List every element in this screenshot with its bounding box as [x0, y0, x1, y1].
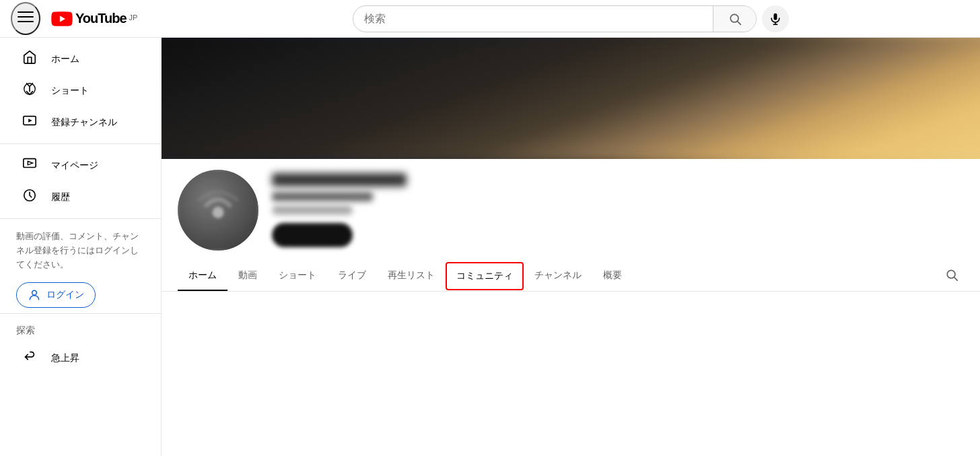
tab-live[interactable]: ライブ	[327, 261, 377, 291]
sidebar-divider-2	[0, 218, 161, 219]
channel-avatar	[178, 170, 258, 251]
svg-marker-13	[28, 161, 32, 165]
svg-rect-1	[18, 16, 34, 18]
tab-search-button[interactable]	[940, 263, 964, 290]
youtube-logo[interactable]: YouTube JP	[51, 11, 137, 26]
avatar-image	[178, 170, 258, 251]
svg-rect-0	[18, 11, 34, 13]
channel-tabs: ホーム 動画 ショート ライブ 再生リスト コミュニティ チャンネル 概要	[162, 261, 980, 292]
subscribe-button[interactable]	[272, 223, 353, 247]
svg-point-15	[32, 291, 37, 296]
channel-info	[162, 159, 980, 261]
channel-stats	[272, 205, 353, 215]
logo-jp: JP	[129, 13, 138, 22]
header-left: YouTube JP	[11, 2, 172, 35]
logo-text: YouTube	[75, 11, 127, 26]
sidebar-item-label: ショート	[51, 85, 89, 97]
tab-about[interactable]: 概要	[592, 261, 633, 291]
search-bar	[353, 5, 757, 32]
channel-banner	[162, 38, 980, 159]
shorts-icon	[22, 82, 38, 100]
tab-shorts[interactable]: ショート	[268, 261, 327, 291]
voice-button[interactable]	[762, 5, 789, 32]
search-button[interactable]	[713, 5, 756, 32]
header-center	[172, 5, 969, 32]
svg-line-18	[954, 277, 958, 280]
sidebar: ホーム ショート 登録チャンネル	[0, 38, 162, 456]
tab-playlists[interactable]: 再生リスト	[377, 261, 446, 291]
sidebar-divider-1	[0, 143, 161, 144]
tab-channels[interactable]: チャンネル	[524, 261, 592, 291]
svg-line-5	[737, 21, 740, 24]
sidebar-item-label: マイページ	[51, 160, 98, 172]
sidebar-item-shorts[interactable]: ショート	[5, 75, 155, 106]
main-layout: ホーム ショート 登録チャンネル	[0, 38, 980, 456]
explore-title: 探索	[0, 319, 161, 342]
sidebar-item-label: 登録チャンネル	[51, 117, 117, 129]
login-button-label: ログイン	[46, 289, 84, 301]
trending-icon	[22, 349, 38, 367]
svg-rect-6	[774, 13, 777, 20]
sidebar-item-subscriptions[interactable]: 登録チャンネル	[5, 106, 155, 138]
sidebar-item-mypage[interactable]: マイページ	[5, 150, 155, 181]
sidebar-item-home[interactable]: ホーム	[5, 43, 155, 75]
tab-home[interactable]: ホーム	[178, 261, 228, 291]
mypage-icon	[22, 156, 38, 174]
menu-button[interactable]	[11, 2, 40, 35]
history-icon	[22, 188, 38, 206]
channel-name	[272, 173, 407, 187]
search-input[interactable]	[353, 13, 713, 25]
sidebar-item-label: 急上昇	[51, 352, 79, 364]
sidebar-divider-3	[0, 313, 161, 314]
svg-rect-2	[18, 21, 34, 22]
sidebar-item-history[interactable]: 履歴	[5, 181, 155, 213]
login-section: 動画の評価、コメント、チャンネル登録を行うにはログインしてください。	[0, 224, 161, 277]
header: YouTube JP	[0, 0, 980, 38]
sidebar-item-label: 履歴	[51, 191, 70, 203]
tab-community[interactable]: コミュニティ	[446, 262, 524, 290]
channel-handle	[272, 192, 373, 201]
home-icon	[22, 50, 38, 68]
channel-banner-image	[162, 38, 980, 159]
channel-meta	[272, 173, 964, 247]
login-button[interactable]: ログイン	[16, 282, 96, 308]
sidebar-item-label: ホーム	[51, 53, 79, 65]
main-content: ホーム 動画 ショート ライブ 再生リスト コミュニティ チャンネル 概要	[162, 38, 980, 456]
tab-videos[interactable]: 動画	[228, 261, 268, 291]
sidebar-item-trending[interactable]: 急上昇	[5, 342, 155, 374]
subscriptions-icon	[22, 113, 38, 131]
svg-marker-11	[28, 119, 32, 123]
svg-point-16	[213, 207, 224, 218]
login-prompt-text: 動画の評価、コメント、チャンネル登録を行うにはログインしてください。	[16, 230, 145, 271]
